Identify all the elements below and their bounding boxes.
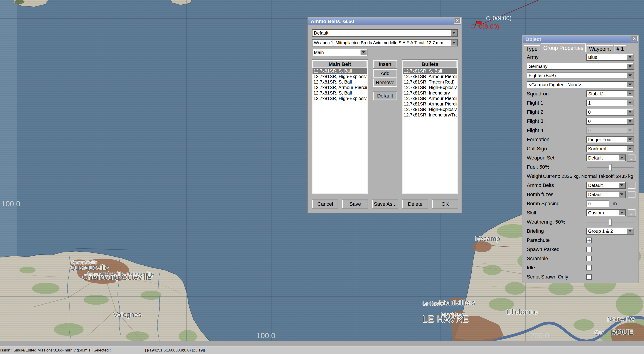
belt-item[interactable]: 12.7x81SR, Armour Piercing [312, 85, 367, 90]
flight-4-dropdown: 0 [586, 127, 634, 134]
bullet-item[interactable]: 12.7x81SR, High-Explosive [403, 107, 457, 112]
chevron-down-icon[interactable] [627, 100, 633, 106]
close-icon[interactable]: X [631, 36, 638, 41]
chevron-down-icon[interactable] [627, 73, 633, 78]
label-flight-3: Flight 3: [527, 118, 545, 124]
skill-more-button[interactable]: ... [628, 209, 636, 216]
scramble-checkbox[interactable] [586, 256, 592, 261]
chevron-down-icon[interactable] [450, 40, 457, 46]
chevron-down-icon[interactable] [627, 82, 633, 87]
slider-thumb-icon[interactable] [609, 219, 612, 226]
chevron-down-icon[interactable] [627, 228, 633, 234]
dropdown-value: Konkorol [587, 146, 606, 151]
belt-item[interactable]: 12.7x81SR, High-Explosive [312, 96, 367, 101]
tab-1[interactable]: # 1 [614, 45, 626, 52]
army-dropdown[interactable]: Blue [586, 54, 634, 61]
ammo-belts-more-button[interactable]: ... [628, 182, 636, 189]
germany-dropdown[interactable]: Germany [527, 63, 634, 70]
spawn-parked-checkbox[interactable] [586, 247, 592, 252]
default-button[interactable]: Default [373, 92, 397, 100]
chevron-down-icon[interactable] [618, 155, 625, 161]
row-call-sign: Call SignKonkorol [523, 144, 638, 153]
bullet-item[interactable]: 12.7x81SR, S, Ball [403, 68, 457, 74]
chevron-down-icon[interactable] [627, 109, 633, 115]
parachute-checkbox[interactable]: + [586, 238, 592, 243]
chevron-down-icon[interactable] [618, 210, 625, 216]
belt-item[interactable]: 12.7x81SR, S, Ball [312, 79, 367, 85]
fuel-50-slider[interactable] [587, 167, 634, 167]
row-scramble: Scramble [523, 254, 638, 263]
bullet-item[interactable]: 12.7x81SR, Tracer (Red) [403, 79, 457, 85]
ammo-belts-dropdown[interactable]: Default [586, 182, 626, 189]
ammo-dialog-titlebar[interactable]: Ammo Belts: G.50 [308, 18, 461, 25]
german-fighter-none-dropdown[interactable]: <German Fighter - None> [527, 81, 634, 88]
tab-group-properties[interactable]: Group Properties [541, 43, 586, 52]
bullet-item[interactable]: 12.7x81SR, Armour Piercing [403, 74, 457, 79]
bomb-fuzes-dropdown[interactable]: Default [586, 191, 626, 198]
chevron-down-icon[interactable] [627, 54, 633, 60]
formation-dropdown[interactable]: Finger Four [586, 136, 634, 143]
bullet-item[interactable]: 12.7x81SR, Incendiary [403, 90, 457, 96]
chevron-down-icon[interactable] [618, 192, 625, 197]
save-as-button[interactable]: Save As... [372, 200, 398, 208]
main-belt-list[interactable]: Main Belt 12.7x81SR, S, Ball12.7x81SR, H… [312, 60, 368, 194]
insert-button[interactable]: Insert [373, 60, 397, 68]
chevron-down-icon[interactable] [360, 49, 367, 55]
weapon-set-more-button[interactable]: ... [628, 154, 636, 161]
bullet-item[interactable]: 12.7x81SR, Incendiary/Tracer [403, 112, 457, 118]
fighter-bob-dropdown[interactable]: Fighter (BoB) [527, 72, 634, 79]
tab-type[interactable]: Type [524, 45, 540, 52]
chevron-down-icon[interactable] [627, 118, 633, 124]
squadron-dropdown[interactable]: Stab. I/ [586, 90, 634, 97]
row-ammo-belts: Ammo BeltsDefault... [523, 181, 638, 190]
chevron-down-icon[interactable] [627, 137, 633, 142]
idle-checkbox[interactable] [586, 265, 592, 271]
chevron-down-icon[interactable] [627, 91, 633, 97]
add-button[interactable]: Add [373, 69, 397, 78]
save-button[interactable]: Save [342, 200, 368, 208]
cancel-button[interactable]: Cancel [312, 200, 338, 208]
waypoint-label-red[interactable]: 0(9:00) [479, 23, 499, 30]
belt-dropdown[interactable]: Main [312, 49, 368, 56]
call-sign-dropdown[interactable]: Konkorol [586, 145, 634, 152]
weapon-set-dropdown[interactable]: Default [586, 154, 626, 161]
script-spawn-only-checkbox[interactable] [586, 274, 592, 280]
bullet-item[interactable]: 12.7x81SR, High-Explosive [403, 85, 457, 90]
slider-thumb-icon[interactable] [609, 164, 612, 171]
belt-item[interactable]: 12.7x81SR, High-Explosive [312, 74, 367, 79]
belt-item[interactable]: 12.7x81SR, S, Ball [312, 68, 367, 74]
chevron-down-icon[interactable] [627, 64, 633, 69]
label-script-spawn-only: Script Spawn Only [527, 274, 568, 280]
ok-button[interactable]: OK [432, 200, 458, 208]
skill-dropdown[interactable]: Custom [586, 209, 626, 216]
close-icon[interactable]: X [454, 18, 460, 23]
map-label-querqueville: Querqueville [70, 264, 108, 271]
belt-item[interactable]: 12.7x81SR, S, Ball [312, 90, 367, 96]
weapon-dropdown[interactable]: Weapon 1: Mitragliatrice Breda Avio mode… [312, 39, 458, 46]
flight-3-dropdown[interactable]: 0 [586, 118, 634, 125]
row-spawn-parked: Spawn Parked [523, 245, 638, 254]
weathering-50-slider[interactable] [587, 222, 634, 222]
flight-1-dropdown[interactable]: 1 [586, 99, 634, 106]
row-bomb-fuzes: Bomb fuzesDefault... [523, 190, 638, 199]
bomb-spacing-unit: m [613, 201, 617, 207]
chevron-down-icon[interactable] [627, 146, 633, 151]
flight-2-dropdown[interactable]: 0 [586, 109, 634, 116]
tab-waypoint[interactable]: Waypoint [586, 45, 613, 52]
mission-editor-screen: QuerquevilleQuerquevilleEqueurdreville-H… [0, 0, 644, 354]
briefing-dropdown[interactable]: Group 1 & 2 [586, 228, 634, 235]
delete-button[interactable]: Delete [402, 200, 428, 208]
bullets-list[interactable]: Bullets 12.7x81SR, S, Ball12.7x81SR, Arm… [402, 60, 458, 194]
label-spawn-parked: Spawn Parked [527, 246, 560, 252]
chevron-down-icon[interactable] [618, 183, 625, 188]
grid-label-bottom-2: 200.0 [530, 331, 549, 340]
bullet-item[interactable]: 12.7x81SR, Armour Piercing [403, 96, 457, 101]
chevron-down-icon[interactable] [450, 30, 457, 36]
remove-button[interactable]: Remove [373, 78, 397, 87]
object-panel-titlebar[interactable]: Object [523, 36, 638, 43]
bullet-item[interactable]: 12.7x81SR, Armour Piercing [403, 101, 457, 107]
preset-dropdown[interactable]: Default [312, 29, 458, 37]
waypoint-label-white[interactable]: 0(9:00) [493, 15, 512, 22]
row-weight: WeightCurrent: 2326 kg, Normal Takeoff: … [523, 172, 638, 181]
bomb-fuzes-more-button[interactable]: ... [628, 191, 636, 198]
